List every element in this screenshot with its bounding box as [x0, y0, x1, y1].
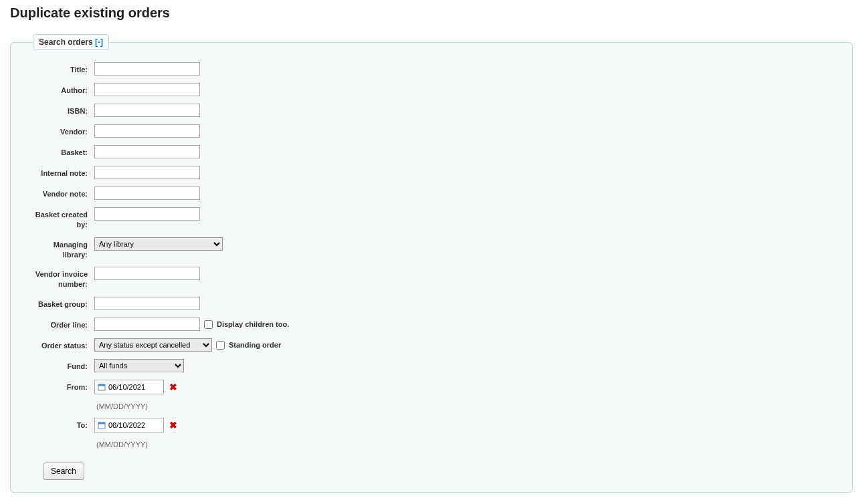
label-vendor: Vendor:: [27, 124, 94, 137]
svg-rect-1: [98, 384, 105, 386]
row-vendor-invoice-number: Vendor invoice number:: [27, 267, 836, 289]
to-date-hint: (MM/DD/YYYY): [96, 440, 148, 449]
row-author: Author:: [27, 83, 836, 96]
row-title: Title:: [27, 62, 836, 76]
row-order-line: Order line: Display children too.: [27, 318, 836, 331]
row-internal-note: Internal note:: [27, 166, 836, 179]
page-title: Duplicate existing orders: [10, 5, 853, 21]
label-vendor-invoice-number: Vendor invoice number:: [27, 267, 94, 289]
display-children-label: Display children too.: [217, 320, 289, 328]
basket-created-by-input[interactable]: [94, 207, 200, 221]
row-from-date: From: ✖ (MM/DD/YYYY): [27, 380, 836, 410]
label-isbn: ISBN:: [27, 104, 94, 116]
label-basket-group: Basket group:: [27, 297, 94, 309]
from-date-wrapper: [94, 380, 164, 394]
row-vendor: Vendor:: [27, 124, 836, 138]
from-date-input[interactable]: [108, 383, 155, 391]
label-author: Author:: [27, 83, 94, 96]
label-fund: Fund:: [27, 359, 94, 372]
svg-rect-5: [98, 422, 105, 424]
row-fund: Fund: All funds: [27, 359, 836, 372]
row-order-status: Order status: Any status except cancelle…: [27, 338, 836, 352]
standing-order-checkbox[interactable]: [216, 341, 225, 350]
vendor-invoice-number-input[interactable]: [94, 267, 200, 280]
vendor-input[interactable]: [94, 124, 200, 138]
label-order-line: Order line:: [27, 318, 94, 330]
label-internal-note: Internal note:: [27, 166, 94, 178]
row-to-date: To: ✖ (MM/DD/YYYY): [27, 418, 836, 449]
to-date-input[interactable]: [108, 421, 155, 429]
managing-library-select[interactable]: Any library: [94, 237, 223, 251]
isbn-input[interactable]: [94, 104, 200, 117]
from-date-hint: (MM/DD/YYYY): [96, 402, 148, 410]
order-status-select[interactable]: Any status except cancelled: [94, 338, 212, 352]
to-date-wrapper: [94, 418, 164, 432]
clear-to-date-icon[interactable]: ✖: [168, 420, 179, 430]
clear-from-date-icon[interactable]: ✖: [168, 382, 179, 392]
label-order-status: Order status:: [27, 338, 94, 351]
standing-order-label: Standing order: [229, 341, 281, 349]
row-isbn: ISBN:: [27, 104, 836, 117]
calendar-icon[interactable]: [98, 421, 106, 429]
search-orders-legend: Search orders [-]: [33, 34, 109, 50]
label-vendor-note: Vendor note:: [27, 186, 94, 199]
row-basket: Basket:: [27, 145, 836, 158]
row-basket-group: Basket group:: [27, 297, 836, 310]
display-children-checkbox[interactable]: [204, 320, 213, 329]
title-input[interactable]: [94, 62, 200, 76]
basket-input[interactable]: [94, 145, 200, 158]
internal-note-input[interactable]: [94, 166, 200, 179]
label-basket: Basket:: [27, 145, 94, 158]
label-from: From:: [27, 380, 94, 392]
search-orders-fieldset: Search orders [-] Title: Author: ISBN: V…: [10, 34, 853, 493]
fund-select[interactable]: All funds: [94, 359, 184, 372]
author-input[interactable]: [94, 83, 200, 96]
label-managing-library: Managing library:: [27, 237, 94, 260]
row-basket-created-by: Basket created by:: [27, 207, 836, 230]
label-to: To:: [27, 418, 94, 430]
label-title: Title:: [27, 62, 94, 75]
label-basket-created-by: Basket created by:: [27, 207, 94, 230]
search-button[interactable]: Search: [43, 463, 84, 480]
calendar-icon[interactable]: [98, 383, 106, 391]
legend-label: Search orders: [39, 37, 93, 47]
row-vendor-note: Vendor note:: [27, 186, 836, 200]
order-line-input[interactable]: [94, 318, 200, 331]
vendor-note-input[interactable]: [94, 186, 200, 200]
basket-group-input[interactable]: [94, 297, 200, 310]
collapse-toggle[interactable]: [-]: [95, 37, 103, 47]
row-managing-library: Managing library: Any library: [27, 237, 836, 260]
